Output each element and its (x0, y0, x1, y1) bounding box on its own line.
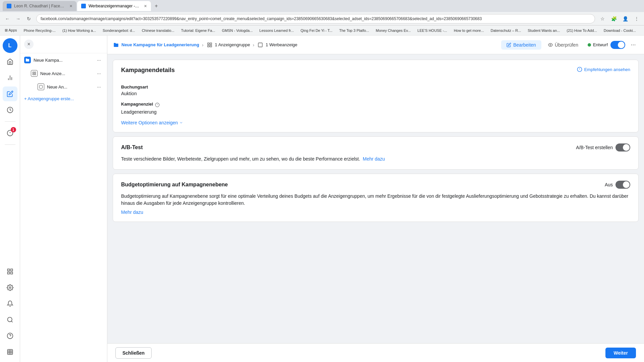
avatar-button[interactable]: L (3, 38, 17, 53)
back-button[interactable]: ← (3, 14, 12, 23)
svg-rect-22 (35, 72, 36, 73)
buchungsart-value: Auktion (121, 91, 630, 96)
budget-card: Budgetoptimierung auf Kampagnenebene Aus… (113, 174, 639, 222)
empfehlung-button[interactable]: Empfehlungen ansehen (577, 67, 630, 72)
bookmark-4[interactable]: Chinese translatio... (140, 28, 176, 33)
star-icon[interactable]: ☆ (598, 14, 607, 23)
ab-test-toggle[interactable] (615, 143, 630, 152)
breadcrumb-adgroup[interactable]: 1 Anzeigengruppe (206, 42, 250, 48)
campaign-folder-icon (113, 42, 119, 48)
kampagnenziel-value: Leadgenerierung (121, 109, 630, 115)
main-content: Neue Kampagne für Leadgenerierung › 1 An… (107, 36, 644, 362)
tab-1[interactable]: Leon R. Chaudhari | Facebook ✕ (3, 1, 76, 11)
profile-icon[interactable]: 👤 (621, 14, 630, 23)
breadcrumb-campaign[interactable]: Neue Kampagne für Leadgenerierung (113, 42, 199, 48)
campaign-nav-item[interactable]: Neue Kampa... ··· (20, 53, 107, 67)
settings-icon-btn[interactable] (3, 280, 17, 295)
budget-toggle-label: Aus (605, 182, 613, 187)
adgroup-more-button[interactable]: ··· (95, 69, 103, 77)
bookmark-6[interactable]: GMSN - Vologda... (220, 28, 255, 33)
review-tab-label: Überprüfen (555, 42, 578, 48)
svg-rect-23 (33, 74, 34, 75)
svg-rect-21 (33, 72, 34, 73)
new-tab-button[interactable]: + (152, 1, 161, 11)
help-icon-btn[interactable] (3, 328, 17, 343)
close-button[interactable]: Schließen (115, 347, 152, 359)
tab-1-close[interactable]: ✕ (69, 4, 72, 8)
status-dot-green (588, 43, 591, 47)
bookmark-16[interactable]: Download - Cooki... (602, 28, 638, 33)
chevron-down-icon (179, 121, 183, 125)
svg-rect-16 (7, 350, 12, 355)
adgroup-breadcrumb-name: 1 Anzeigengruppe (215, 42, 250, 47)
breadcrumb: Neue Kampagne für Leadgenerierung › 1 An… (113, 42, 492, 48)
adgroup-grid-icon (31, 70, 38, 77)
breadcrumb-ad[interactable]: 1 Werbeanzeige (257, 42, 297, 48)
status-toggle[interactable] (610, 41, 625, 49)
adgroup-label: Neue Anze... (40, 71, 92, 76)
ab-test-mehr-dazu-link[interactable]: Mehr dazu (363, 156, 385, 163)
tab-edit[interactable]: Bearbeiten (501, 40, 541, 50)
top-nav-more-button[interactable]: ··· (628, 40, 639, 50)
bookmark-2[interactable]: (1) How Working a... (60, 28, 98, 33)
sidebar-icons: L 1 (0, 36, 20, 362)
chart-icon-btn[interactable] (3, 70, 17, 85)
home-icon-btn[interactable] (3, 54, 17, 69)
kampagnenziel-field: Kampagnenziel Leadgenerierung (121, 102, 630, 115)
tab-2-title: Werbeanzeigenmanager - W... (89, 4, 140, 8)
bookmark-9[interactable]: The Top 3 Platfo... (337, 28, 371, 33)
menu-icon[interactable]: ⋮ (632, 14, 641, 23)
campaign-more-button[interactable]: ··· (95, 56, 103, 64)
grid-icon-btn[interactable] (3, 264, 17, 279)
extensions-icon[interactable]: 🧩 (609, 14, 619, 23)
notification-icon-btn[interactable]: 1 (3, 126, 17, 140)
tab-review[interactable]: Überprüfen (543, 40, 584, 50)
next-button[interactable]: Weiter (605, 348, 636, 358)
table-icon-btn[interactable] (3, 345, 17, 359)
edit-icon-btn[interactable] (3, 86, 17, 101)
adgroup-nav-item[interactable]: Neue Anze... ··· (20, 67, 107, 80)
tab-1-favicon (7, 4, 11, 8)
search-icon-btn[interactable] (3, 312, 17, 327)
bookmark-13[interactable]: Datenschutz – R... (489, 28, 523, 33)
svg-rect-25 (40, 85, 43, 88)
svg-rect-30 (258, 43, 262, 47)
bookmark-10[interactable]: Money Changes Ev... (374, 28, 413, 33)
kampagnenziel-label: Kampagnenziel (121, 102, 153, 107)
campaign-label: Neue Kampa... (34, 58, 92, 63)
svg-rect-8 (10, 269, 12, 271)
sidebar-divider-1 (5, 121, 15, 122)
forward-button[interactable]: → (13, 14, 23, 23)
budget-toggle[interactable] (615, 181, 630, 189)
bookmark-1[interactable]: Phone Recycling-... (22, 28, 58, 33)
clock-icon-btn[interactable] (3, 103, 17, 117)
bookmark-apps[interactable]: ⊞ Apps (3, 27, 19, 33)
tab-2[interactable]: Werbeanzeigenmanager - W... ✕ (77, 1, 151, 11)
bookmark-7[interactable]: Lessons Learned fr... (257, 28, 296, 33)
ad-nav-item[interactable]: Neue An... ··· (20, 80, 107, 94)
ad-more-button[interactable]: ··· (95, 83, 103, 91)
bookmark-12[interactable]: How to get more... (452, 28, 486, 33)
app-container: L 1 (0, 36, 644, 362)
ab-test-title: A/B-Test (121, 144, 143, 150)
bookmark-8[interactable]: Qing Fei De Yi - T... (299, 28, 334, 33)
add-adgroup-button[interactable]: + Anzeigengruppe erste... (20, 94, 107, 104)
empfehlung-label: Empfehlungen ansehen (584, 67, 630, 72)
bookmark-5[interactable]: Tutorial: Eigene Fa... (179, 28, 217, 33)
refresh-button[interactable]: ↻ (24, 14, 34, 23)
toggle-knob (618, 42, 625, 48)
tab-bar: Leon R. Chaudhari | Facebook ✕ Werbeanze… (0, 0, 644, 12)
budget-header: Budgetoptimierung auf Kampagnenebene Aus (121, 181, 630, 189)
tab-2-close[interactable]: ✕ (144, 4, 147, 8)
ad-breadcrumb-name: 1 Werbeanzeige (266, 42, 297, 47)
bookmark-15[interactable]: (21) How To Add... (565, 28, 599, 33)
bookmark-3[interactable]: Sonderangebot: d... (101, 28, 137, 33)
bell-icon-btn[interactable] (3, 296, 17, 311)
weitere-optionen-button[interactable]: Weitere Optionen anzeigen (121, 120, 183, 125)
bookmark-11[interactable]: LEE'S HOUSE -... (416, 28, 449, 33)
breadcrumb-sep-2: › (253, 42, 254, 48)
url-bar[interactable]: facebook.com/adsmanager/manage/campaigns… (36, 14, 595, 23)
budget-mehr-dazu-link[interactable]: Mehr dazu (121, 209, 143, 215)
bookmark-14[interactable]: Student Wants an... (526, 28, 562, 33)
panel-close-button[interactable]: × (24, 40, 34, 49)
